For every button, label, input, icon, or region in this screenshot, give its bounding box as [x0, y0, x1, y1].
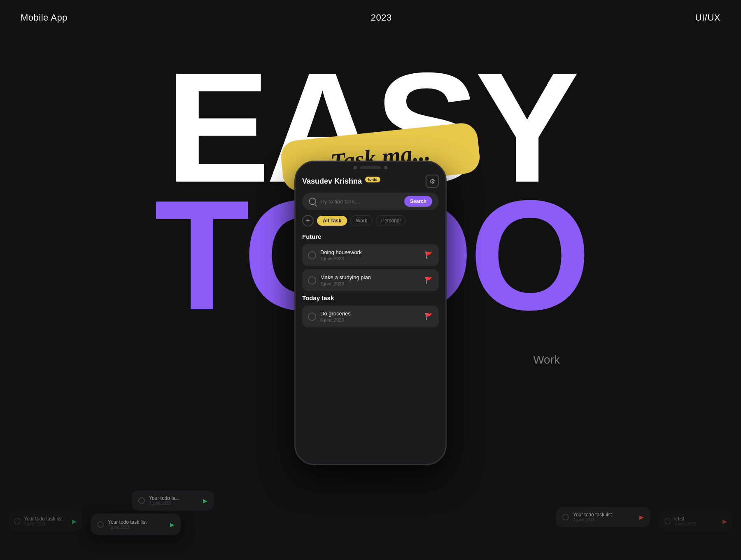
mini-card-date-far-left: 7,june,2023 — [24, 522, 63, 526]
phone-notch — [296, 162, 445, 169]
far-left-card: Your todo task list 7,june,2023 ▶ — [8, 511, 82, 531]
task-info-2: Make a studying plan 7,june,2023 — [320, 274, 421, 286]
flag-icon-3: 🚩 — [425, 313, 433, 320]
mini-checkbox-left-1 — [97, 521, 104, 528]
mini-date-left-2: 7,june,2023 — [149, 501, 179, 506]
mini-checkbox-left-2 — [138, 497, 145, 504]
today-section-title: Today task — [302, 294, 439, 301]
header-left-label: Mobile App — [21, 12, 68, 23]
future-section-title: Future — [302, 233, 439, 240]
tab-work[interactable]: Work — [350, 215, 373, 226]
work-text-overlay: Work — [533, 353, 560, 366]
phone-mockup: Vasudev Krishna to-do ⚙ Try to find task… — [294, 161, 447, 465]
left-near-card-1: Your todo task list 7,june,2023 ▶ — [91, 513, 181, 535]
search-button[interactable]: Search — [404, 196, 432, 207]
phone-speaker — [360, 166, 381, 169]
flag-icon-2: 🚩 — [425, 276, 433, 284]
mini-info-left-2: Your todo ta... 7,june,2023 — [149, 495, 179, 506]
app-title-area: Vasudev Krishna to-do — [302, 177, 380, 186]
task-checkbox-2[interactable] — [308, 276, 316, 285]
search-icon — [309, 198, 316, 205]
tab-all-task[interactable]: All Task — [317, 216, 347, 226]
search-bar: Try to find task.... Search — [302, 193, 439, 210]
mini-flag-right-1: ▶ — [639, 514, 644, 520]
task-date-2: 7,june,2023 — [320, 281, 421, 286]
task-checkbox-3[interactable] — [308, 313, 316, 321]
task-date-3: 6,june,2023 — [320, 317, 421, 322]
mini-card-info-far-left: Your todo task list 7,june,2023 — [24, 516, 63, 526]
task-item-studying[interactable]: Make a studying plan 7,june,2023 🚩 — [302, 269, 439, 291]
task-name-1: Doing housework — [320, 249, 421, 255]
task-checkbox-1[interactable] — [308, 251, 316, 259]
mini-info-right-1: Your todo task list 7,june,2023 — [573, 512, 612, 522]
phone-frame: Vasudev Krishna to-do ⚙ Try to find task… — [294, 161, 447, 465]
search-placeholder: Try to find task.... — [319, 198, 401, 205]
mini-info-left-1: Your todo task list 7,june,2023 — [108, 519, 147, 530]
mini-flag-far-right: ▶ — [722, 518, 727, 525]
mini-card-info-far-right: k list 7,june,2023 — [674, 516, 696, 526]
task-item-groceries[interactable]: Do groceries 6,june,2023 🚩 — [302, 306, 439, 327]
mini-date-left-1: 7,june,2023 — [108, 525, 147, 530]
task-info-1: Doing housework 7,june,2023 — [320, 249, 421, 261]
task-name-2: Make a studying plan — [320, 274, 421, 280]
task-item-housework[interactable]: Doing housework 7,june,2023 🚩 — [302, 244, 439, 266]
task-name-3: Do groceries — [320, 310, 421, 317]
settings-icon[interactable]: ⚙ — [426, 175, 439, 188]
app-header: Vasudev Krishna to-do ⚙ — [302, 171, 439, 193]
mini-flag-left-2: ▶ — [203, 497, 207, 504]
mini-flag-far-left: ▶ — [72, 518, 77, 525]
camera-dot-2 — [384, 166, 387, 169]
mini-card-date-far-right: 7,june,2023 — [674, 522, 696, 526]
mini-flag-left-1: ▶ — [170, 521, 175, 528]
mini-title-right-1: Your todo task list — [573, 512, 612, 518]
mini-date-right-1: 7,june,2023 — [573, 518, 612, 522]
mini-checkbox-far-right — [664, 518, 671, 525]
header-center-label: 2023 — [371, 12, 392, 23]
flag-icon-1: 🚩 — [425, 251, 433, 259]
add-task-button[interactable]: + — [302, 215, 314, 226]
header-right-label: UI/UX — [695, 12, 720, 23]
page-header: Mobile App 2023 UI/UX — [0, 12, 741, 23]
task-info-3: Do groceries 6,june,2023 — [320, 310, 421, 322]
user-name: Vasudev Krishna — [302, 177, 362, 186]
filter-tabs: + All Task Work Personal — [302, 215, 439, 226]
todo-badge: to-do — [365, 177, 380, 182]
far-right-card: k list 7,june,2023 ▶ — [659, 511, 733, 531]
mini-title-left-2: Your todo ta... — [149, 495, 179, 501]
mini-checkbox-far-left — [14, 518, 21, 525]
tab-personal[interactable]: Personal — [376, 215, 406, 226]
task-date-1: 7,june,2023 — [320, 256, 421, 261]
mini-card-title-far-left: Your todo task list — [24, 516, 63, 522]
mini-title-left-1: Your todo task list — [108, 519, 147, 525]
mini-card-title-far-right: k list — [674, 516, 696, 522]
camera-dot — [354, 166, 357, 169]
mini-checkbox-right-1 — [562, 514, 569, 520]
app-content: Vasudev Krishna to-do ⚙ Try to find task… — [296, 171, 445, 457]
